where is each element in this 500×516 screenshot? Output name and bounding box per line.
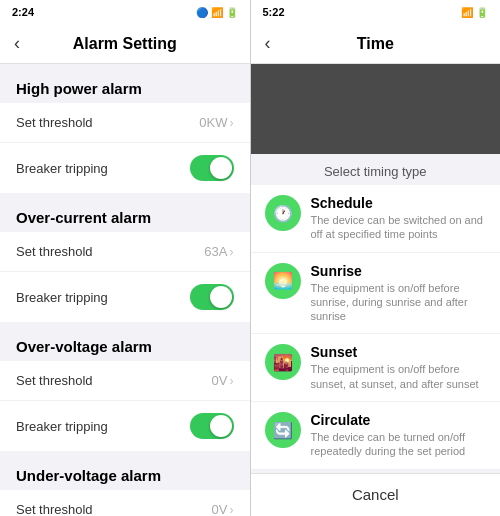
left-time: 2:24 [12,6,34,18]
left-scroll-content: High power alarmSet threshold0KW›Breaker… [0,64,250,516]
row-value-3-0[interactable]: 0V› [212,502,234,516]
toggle-knob-2-1 [210,415,232,437]
right-battery-icon: 🔋 [476,7,488,18]
row-label-1-1: Breaker tripping [16,290,108,305]
right-time: 5:22 [263,6,285,18]
left-nav-title: Alarm Setting [73,35,177,53]
timing-option-circulate[interactable]: 🔄CirculateThe device can be turned on/of… [251,402,501,470]
row-label-2-0: Set threshold [16,373,93,388]
timing-image-placeholder [251,64,501,154]
card-row-1-1: Breaker tripping [0,272,250,322]
circulate-desc: The device can be turned on/off repeated… [311,430,487,459]
cancel-bar: Cancel [251,473,501,516]
toggle-1-1[interactable] [190,284,234,310]
schedule-text: ScheduleThe device can be switched on an… [311,195,487,242]
sunrise-desc: The equipment is on/off before sunrise, … [311,281,487,324]
row-value-text-3-0: 0V [212,502,228,516]
section-header-3: Under-voltage alarm [0,451,250,490]
signal-icon: 📶 [211,7,223,18]
section-card-1: Set threshold63A›Breaker tripping [0,232,250,322]
toggle-knob-1-1 [210,286,232,308]
right-back-button[interactable]: ‹ [265,33,271,54]
left-panel: 2:24 🔵 📶 🔋 ‹ Alarm Setting High power al… [0,0,250,516]
sunset-text: SunsetThe equipment is on/off before sun… [311,344,487,391]
row-value-1-0[interactable]: 63A› [204,244,233,259]
sunset-desc: The equipment is on/off before sunset, a… [311,362,487,391]
section-header-0: High power alarm [0,64,250,103]
section-card-3: Set threshold0V› [0,490,250,516]
row-label-1-0: Set threshold [16,244,93,259]
chevron-icon-0-0: › [230,116,234,130]
sunrise-text: SunriseThe equipment is on/off before su… [311,263,487,324]
timing-options-list: 🕐ScheduleThe device can be switched on a… [251,185,501,473]
timing-option-sunrise[interactable]: 🌅SunriseThe equipment is on/off before s… [251,253,501,335]
sunset-title: Sunset [311,344,487,360]
right-panel: 5:22 📶 🔋 ‹ Time Select timing type 🕐Sche… [251,0,501,516]
toggle-knob-0-1 [210,157,232,179]
chevron-icon-1-0: › [230,245,234,259]
chevron-icon-2-0: › [230,374,234,388]
row-value-2-0[interactable]: 0V› [212,373,234,388]
toggle-2-1[interactable] [190,413,234,439]
right-signal-icon: 📶 [461,7,473,18]
sunrise-title: Sunrise [311,263,487,279]
row-value-text-2-0: 0V [212,373,228,388]
left-status-bar: 2:24 🔵 📶 🔋 [0,0,250,24]
card-row-2-0[interactable]: Set threshold0V› [0,361,250,401]
cancel-button[interactable]: Cancel [352,486,399,503]
schedule-title: Schedule [311,195,487,211]
card-row-0-1: Breaker tripping [0,143,250,193]
circulate-text: CirculateThe device can be turned on/off… [311,412,487,459]
card-row-2-1: Breaker tripping [0,401,250,451]
sunset-icon: 🌇 [265,344,301,380]
left-status-icons: 🔵 📶 🔋 [196,7,238,18]
timing-option-sunset[interactable]: 🌇SunsetThe equipment is on/off before su… [251,334,501,402]
chevron-icon-3-0: › [230,503,234,517]
sunrise-icon: 🌅 [265,263,301,299]
row-label-2-1: Breaker tripping [16,419,108,434]
section-header-2: Over-voltage alarm [0,322,250,361]
section-header-1: Over-current alarm [0,193,250,232]
timing-select-label: Select timing type [251,154,501,185]
card-row-1-0[interactable]: Set threshold63A› [0,232,250,272]
row-label-0-1: Breaker tripping [16,161,108,176]
timing-option-schedule[interactable]: 🕐ScheduleThe device can be switched on a… [251,185,501,253]
bluetooth-icon: 🔵 [196,7,208,18]
row-label-3-0: Set threshold [16,502,93,516]
card-row-0-0[interactable]: Set threshold0KW› [0,103,250,143]
row-value-text-1-0: 63A [204,244,227,259]
schedule-desc: The device can be switched on and off at… [311,213,487,242]
right-nav-title: Time [357,35,394,53]
left-nav-bar: ‹ Alarm Setting [0,24,250,64]
circulate-title: Circulate [311,412,487,428]
row-value-0-0[interactable]: 0KW› [199,115,233,130]
row-value-text-0-0: 0KW [199,115,227,130]
left-back-button[interactable]: ‹ [14,33,20,54]
battery-icon: 🔋 [226,7,238,18]
row-label-0-0: Set threshold [16,115,93,130]
right-status-bar: 5:22 📶 🔋 [251,0,501,24]
toggle-0-1[interactable] [190,155,234,181]
right-nav-bar: ‹ Time [251,24,501,64]
schedule-icon: 🕐 [265,195,301,231]
circulate-icon: 🔄 [265,412,301,448]
right-status-icons: 📶 🔋 [461,7,488,18]
section-card-2: Set threshold0V›Breaker tripping [0,361,250,451]
section-card-0: Set threshold0KW›Breaker tripping [0,103,250,193]
card-row-3-0[interactable]: Set threshold0V› [0,490,250,516]
